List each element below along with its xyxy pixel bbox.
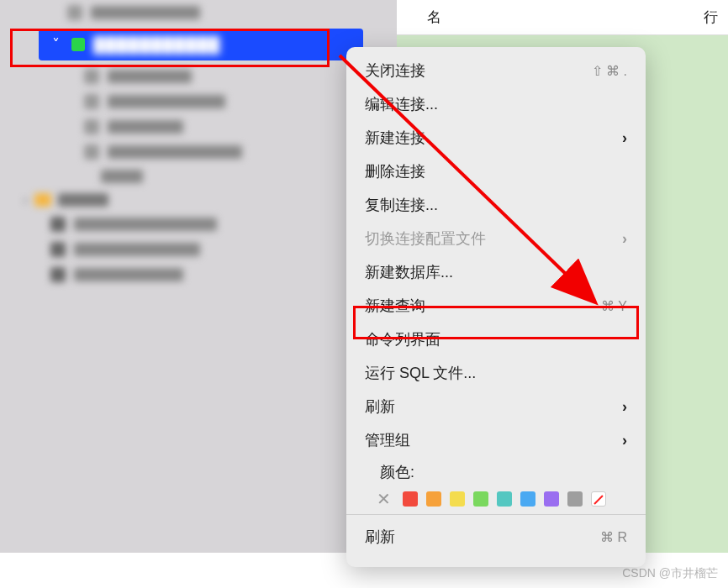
color-swatch[interactable] (497, 491, 512, 507)
shortcut-label: ⇧ ⌘ . (592, 63, 627, 79)
menu-new-query[interactable]: 新建查询 ⌘ Y (346, 289, 646, 323)
sidebar-item-selected[interactable]: ˅ ███████████ (39, 29, 363, 60)
context-menu: 关闭连接 ⇧ ⌘ . 编辑连接... 新建连接 › 删除连接 复制连接... 切… (346, 47, 646, 567)
sidebar-item[interactable] (0, 114, 397, 139)
menu-label: 刷新 (365, 396, 395, 417)
connection-label: ███████████ (93, 36, 220, 54)
sidebar-item[interactable] (0, 0, 397, 25)
color-swatch-row: ✕ (346, 484, 646, 509)
db-status-icon (71, 38, 85, 51)
color-swatch[interactable] (567, 491, 583, 507)
sidebar-item[interactable] (0, 139, 397, 165)
menu-new-database[interactable]: 新建数据库... (346, 255, 646, 289)
table-header: 名 行 (397, 0, 728, 35)
clear-color-icon[interactable]: ✕ (377, 489, 391, 509)
sidebar-item[interactable] (0, 237, 397, 262)
menu-refresh[interactable]: 刷新 › (346, 390, 646, 423)
submenu-arrow-icon: › (622, 230, 627, 248)
menu-switch-profile: 切换连接配置文件 › (346, 222, 646, 255)
menu-edit-connection[interactable]: 编辑连接... (346, 87, 646, 121)
color-swatch[interactable] (426, 491, 441, 507)
menu-separator (346, 514, 646, 515)
menu-label: 运行 SQL 文件... (365, 363, 476, 383)
menu-label: 刷新 (365, 527, 395, 547)
menu-label: 关闭连接 (365, 60, 425, 81)
menu-duplicate-connection[interactable]: 复制连接... (346, 188, 646, 222)
submenu-arrow-icon: › (622, 432, 627, 449)
menu-new-connection[interactable]: 新建连接 › (346, 121, 646, 155)
menu-label: 复制连接... (365, 195, 438, 215)
color-swatch[interactable] (403, 491, 418, 507)
menu-label: 切换连接配置文件 (365, 228, 486, 249)
shortcut-label: ⌘ Y (601, 298, 627, 314)
menu-run-sql-file[interactable]: 运行 SQL 文件... (346, 356, 646, 390)
menu-command-line[interactable]: 命令列界面 (346, 323, 646, 356)
column-header-name[interactable]: 名 (427, 8, 441, 27)
sidebar-item[interactable] (0, 89, 397, 114)
menu-label: 新建数据库... (365, 262, 453, 282)
sidebar-item[interactable] (0, 165, 397, 188)
chevron-right-icon: › (24, 193, 28, 207)
menu-label: 新建查询 (365, 296, 425, 316)
menu-label: 新建连接 (365, 128, 425, 148)
sidebar-item[interactable] (0, 64, 397, 89)
menu-close-connection[interactable]: 关闭连接 ⇧ ⌘ . (346, 54, 646, 87)
menu-label: 命令列界面 (365, 329, 440, 349)
color-swatch[interactable] (520, 491, 535, 507)
watermark: CSDN @市井榴芒 (622, 566, 718, 581)
color-swatch[interactable] (450, 491, 465, 507)
chevron-down-icon: ˅ (52, 35, 60, 54)
menu-refresh-bottom[interactable]: 刷新 ⌘ R (346, 520, 646, 554)
connection-sidebar: ˅ ███████████ › (0, 0, 397, 553)
sidebar-item[interactable] (0, 262, 397, 287)
no-color-swatch[interactable] (591, 491, 606, 507)
menu-label: 编辑连接... (365, 94, 438, 114)
submenu-arrow-icon: › (622, 129, 627, 147)
menu-manage-group[interactable]: 管理组 › (346, 423, 646, 457)
sidebar-item[interactable] (0, 212, 397, 237)
menu-label: 删除连接 (365, 161, 425, 181)
submenu-arrow-icon: › (622, 398, 627, 416)
column-header-row[interactable]: 行 (704, 8, 718, 27)
sidebar-folder[interactable]: › (0, 188, 397, 212)
color-section-label: 颜色: (346, 457, 646, 484)
shortcut-label: ⌘ R (600, 529, 627, 545)
folder-icon (34, 193, 51, 207)
color-swatch[interactable] (544, 491, 559, 507)
menu-label: 管理组 (365, 430, 410, 450)
menu-delete-connection[interactable]: 删除连接 (346, 155, 646, 188)
color-swatch[interactable] (473, 491, 488, 507)
